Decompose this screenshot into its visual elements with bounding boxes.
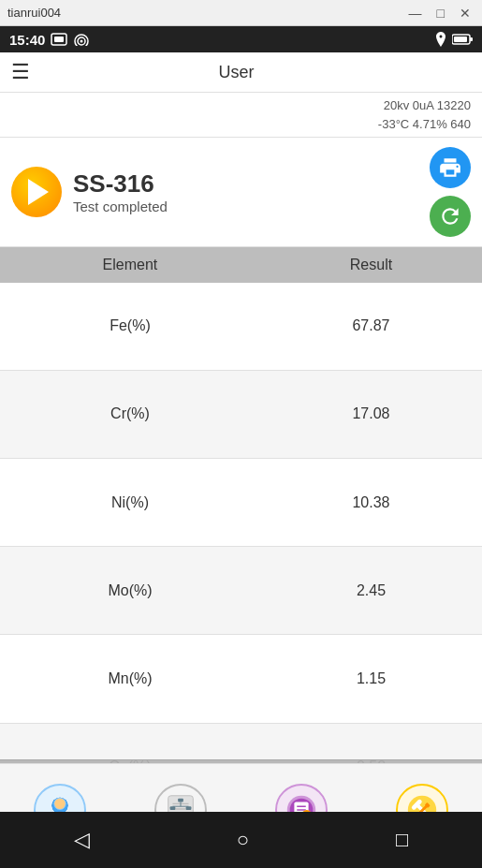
info-bar: 20kv 0uA 13220 -33°C 4.71% 640 (0, 93, 482, 138)
nav-title: User (30, 63, 443, 82)
table-row: Fe(%)67.87 (0, 283, 482, 370)
cell-result: 10.38 (260, 458, 482, 546)
col-result: Result (260, 247, 482, 283)
svg-point-14 (55, 799, 66, 809)
status-bar: 15:40 (0, 26, 482, 52)
cell-result: 2.45 (260, 547, 482, 635)
home-button[interactable]: ○ (237, 828, 249, 852)
window-controls: — □ ✕ (405, 6, 475, 21)
top-nav: ☰ User (0, 52, 482, 93)
recent-button[interactable]: □ (396, 828, 408, 852)
minimize-button[interactable]: — (405, 6, 426, 21)
sim-icon (51, 33, 67, 46)
cell-element: Ni(%) (0, 458, 260, 546)
cell-result: 17.08 (260, 370, 482, 458)
info-line1: 20kv 0uA 13220 (11, 96, 471, 115)
svg-rect-20 (178, 799, 183, 802)
print-button[interactable] (430, 147, 471, 188)
main-content: Element Result Fe(%)67.87Cr(%)17.08Ni(%)… (0, 247, 482, 812)
data-table: Element Result Fe(%)67.87Cr(%)17.08Ni(%)… (0, 247, 482, 812)
app-container: ☰ User 20kv 0uA 13220 -33°C 4.71% 640 SS… (0, 52, 482, 812)
svg-rect-6 (454, 37, 467, 42)
refresh-icon (438, 204, 462, 228)
svg-point-4 (80, 40, 83, 43)
battery-icon (452, 34, 473, 45)
info-line2: -33°C 4.71% 640 (11, 115, 471, 134)
status-bar-right (435, 32, 473, 47)
sample-info: SS-316 Test completed (73, 169, 418, 214)
title-bar: tianrui004 — □ ✕ (0, 0, 482, 26)
android-nav: ◁ ○ □ (0, 812, 482, 868)
col-element: Element (0, 247, 260, 283)
signal-icon (73, 33, 90, 46)
result-header: SS-316 Test completed (0, 138, 482, 247)
svg-rect-7 (470, 37, 473, 41)
app-name: tianrui004 (7, 6, 61, 20)
refresh-button[interactable] (430, 196, 471, 237)
svg-rect-1 (54, 37, 64, 42)
print-icon (438, 155, 462, 180)
back-button[interactable]: ◁ (74, 828, 90, 852)
play-button[interactable] (11, 167, 62, 217)
close-button[interactable]: ✕ (456, 6, 475, 21)
cell-element: Mn(%) (0, 635, 260, 723)
table-row: Ni(%)10.38 (0, 458, 482, 546)
table-row: Mo(%)2.45 (0, 547, 482, 635)
svg-rect-22 (186, 806, 192, 810)
sample-name: SS-316 (73, 169, 418, 199)
menu-icon[interactable]: ☰ (11, 60, 30, 84)
status-bar-left: 15:40 (9, 32, 90, 48)
action-icons (430, 147, 471, 237)
maximize-button[interactable]: □ (433, 6, 448, 21)
location-icon (435, 32, 446, 47)
cell-element: Fe(%) (0, 283, 260, 370)
status-time: 15:40 (9, 32, 45, 48)
play-triangle-icon (28, 179, 49, 205)
table-row: Cr(%)17.08 (0, 370, 482, 458)
table-row: Mn(%)1.15 (0, 635, 482, 723)
cell-result: 1.15 (260, 635, 482, 723)
cell-element: Mo(%) (0, 547, 260, 635)
cell-result: 67.87 (260, 283, 482, 370)
table-header-row: Element Result (0, 247, 482, 283)
cell-element: Cr(%) (0, 370, 260, 458)
svg-rect-21 (170, 806, 176, 810)
sample-status: Test completed (73, 199, 418, 214)
